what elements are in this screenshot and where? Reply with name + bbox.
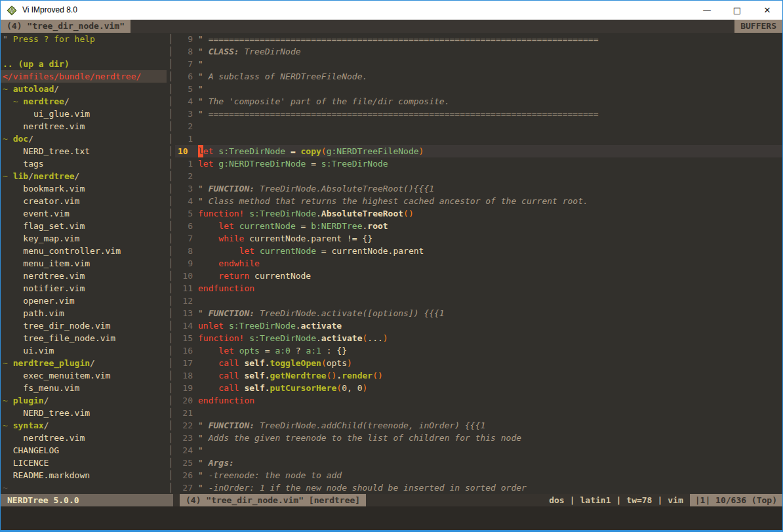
code-line[interactable]: 24": [175, 444, 782, 457]
code-line[interactable]: 9 endwhile: [175, 257, 782, 270]
tree-item[interactable]: nerdtree.vim: [3, 120, 167, 133]
close-button[interactable]: ✕: [752, 1, 782, 20]
code-line[interactable]: 16 let opts = a:0 ? a:1 : {}: [175, 344, 782, 357]
code-line[interactable]: 21: [175, 407, 782, 419]
code-line[interactable]: 1: [175, 133, 782, 145]
tree-item[interactable]: README.markdown: [3, 469, 167, 481]
tree-item[interactable]: flag_set.vim: [3, 220, 167, 232]
tree-item[interactable]: bookmark.vim: [3, 182, 167, 195]
tree-item[interactable]: ~ doc/: [3, 133, 167, 145]
tree-item[interactable]: tags: [3, 157, 167, 170]
text-segment: /: [64, 96, 70, 106]
tree-item[interactable]: notifier.vim: [3, 282, 167, 295]
code-line[interactable]: 20endfunction: [175, 394, 782, 407]
tree-item[interactable]: menu_controller.vim: [3, 245, 167, 257]
code-line[interactable]: 14unlet s:TreeDirNode.activate: [175, 319, 782, 332]
code-line[interactable]: 11endfunction: [175, 282, 782, 295]
code-line[interactable]: 25" Args:: [175, 457, 782, 469]
code-line[interactable]: 26" -treenode: the node to add: [175, 469, 782, 481]
tree-item[interactable]: creator.vim: [3, 195, 167, 207]
minimize-button[interactable]: —: [692, 1, 722, 20]
text-segment: key_map.vim: [3, 234, 79, 243]
tree-item[interactable]: [3, 45, 167, 58]
code-line[interactable]: 18 call self.getNerdtree().render(): [175, 369, 782, 382]
tree-item[interactable]: CHANGELOG: [3, 444, 167, 457]
tree-item[interactable]: ui_glue.vim: [3, 108, 167, 120]
code-line[interactable]: 10let s:TreeDirNode = copy(g:NERDTreeFil…: [175, 145, 782, 157]
maximize-button[interactable]: □: [722, 1, 752, 20]
tree-item[interactable]: ~ nerdtree_plugin/: [3, 357, 167, 369]
text-segment: ~: [3, 96, 23, 106]
tree-item[interactable]: menu_item.vim: [3, 257, 167, 270]
code-line[interactable]: 2: [175, 170, 782, 182]
tree-item[interactable]: ~ syntax/: [3, 419, 167, 432]
tree-item[interactable]: " Press ? for help: [3, 33, 167, 45]
text-segment: root: [367, 220, 388, 232]
code-line[interactable]: 15function! s:TreeDirNode.activate(...): [175, 332, 782, 344]
code-line[interactable]: 5function! s:TreeDirNode.AbsoluteTreeRoo…: [175, 207, 782, 220]
code-line[interactable]: 6 let currentNode = b:NERDTree.root: [175, 220, 782, 232]
code-line[interactable]: 19 call self.putCursorHere(0, 0): [175, 382, 782, 394]
status-flags: dos|latin1|tw=78|vim: [549, 494, 683, 506]
tree-item[interactable]: ui.vim: [3, 344, 167, 357]
command-line[interactable]: [1, 506, 782, 530]
text-segment: toggleOpen: [270, 357, 321, 369]
tree-item[interactable]: ~: [3, 481, 167, 494]
tree-item[interactable]: event.vim: [3, 207, 167, 220]
tree-item[interactable]: path.vim: [3, 307, 167, 319]
text-segment: doc: [13, 134, 28, 144]
code-line[interactable]: 22" FUNCTION: TreeDirNode.addChild(treen…: [175, 419, 782, 432]
code-line[interactable]: 10 return currentNode: [175, 270, 782, 282]
tree-item[interactable]: NERD_tree.vim: [3, 407, 167, 419]
text-segment: endwhile: [218, 257, 260, 270]
code-line[interactable]: 3" =====================================…: [175, 108, 782, 120]
tree-item[interactable]: NERD_tree.txt: [3, 145, 167, 157]
tree-item[interactable]: opener.vim: [3, 295, 167, 307]
window-split-separator[interactable]: │ │ │ │ │ │ │ │ │ │ │ │ │ │ │ │ │ │ │ │ …: [167, 33, 175, 494]
code-line[interactable]: 27" -inOrder: 1 if the new node should b…: [175, 481, 782, 494]
code-line[interactable]: 8 let currentNode = currentNode.parent: [175, 245, 782, 257]
code-line[interactable]: 7": [175, 58, 782, 70]
tree-item[interactable]: LICENCE: [3, 457, 167, 469]
text-segment: (): [372, 369, 383, 382]
tree-item[interactable]: ~ nerdtree/: [3, 95, 167, 108]
tree-item[interactable]: nerdtree.vim: [3, 270, 167, 282]
text-segment: NERD_tree.txt: [3, 146, 90, 156]
tree-item[interactable]: .. (up a dir): [3, 58, 167, 70]
code-line[interactable]: 1let g:NERDTreeDirNode = s:TreeDirNode: [175, 157, 782, 170]
window-controls: — □ ✕: [692, 1, 782, 20]
code-line[interactable]: 5": [175, 83, 782, 95]
code-line[interactable]: 12: [175, 295, 782, 307]
code-line[interactable]: 4" Class method that returns the highest…: [175, 195, 782, 207]
tree-item[interactable]: ~ plugin/: [3, 394, 167, 407]
text-segment: ~: [3, 483, 8, 493]
vim-logo-icon: [6, 5, 18, 16]
code-line[interactable]: 6" A subclass of NERDTreeFileNode.: [175, 70, 782, 83]
text-segment: bookmark.vim: [3, 184, 85, 194]
tree-item[interactable]: ~ lib/nerdtree/: [3, 170, 167, 182]
code-line[interactable]: 17 call self.toggleOpen(opts): [175, 357, 782, 369]
code-line[interactable]: 9" =====================================…: [175, 33, 782, 45]
text-segment: opts: [327, 357, 347, 369]
tree-item[interactable]: tree_dir_node.vim: [3, 319, 167, 332]
code-line[interactable]: 8" CLASS: TreeDirNode: [175, 45, 782, 58]
tab-tree-dir-node[interactable]: (4) "tree_dir_node.vim": [1, 20, 130, 33]
text-segment: [198, 369, 218, 382]
tree-item[interactable]: fs_menu.vim: [3, 382, 167, 394]
tree-item[interactable]: tree_file_node.vim: [3, 332, 167, 344]
code-line[interactable]: 7 while currentNode.parent != {}: [175, 232, 782, 245]
text-segment: tree_dir_node.vim: [3, 321, 110, 331]
code-line[interactable]: 23" Adds the given treenode to the list …: [175, 432, 782, 444]
tree-item[interactable]: key_map.vim: [3, 232, 167, 245]
code-line[interactable]: 2: [175, 120, 782, 133]
tree-item[interactable]: ~ autoload/: [3, 83, 167, 95]
text-segment: ): [419, 145, 424, 157]
code-line[interactable]: 3" FUNCTION: TreeDirNode.AbsoluteTreeRoo…: [175, 182, 782, 195]
tree-root-path[interactable]: </vimfiles/bundle/nerdtree/: [1, 70, 167, 83]
tree-item[interactable]: exec_menuitem.vim: [3, 369, 167, 382]
code-line[interactable]: 13" FUNCTION: TreeDirNode.activate([opti…: [175, 307, 782, 319]
tree-item[interactable]: nerdtree.vim: [3, 432, 167, 444]
text-segment: /: [28, 134, 33, 144]
code-line[interactable]: 4" The 'composite' part of the file/dir …: [175, 95, 782, 108]
line-number: 3: [175, 108, 193, 120]
